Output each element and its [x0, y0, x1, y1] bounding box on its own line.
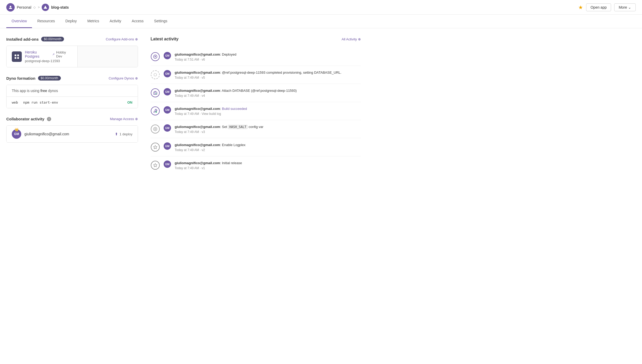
dyno-badge: $0.00/month — [38, 76, 61, 81]
collab-section-header: Collaborator activity i Manage Access ⊕ — [6, 117, 138, 121]
dyno-title: Dyno formation $0.00/month — [6, 76, 61, 81]
activity-avatar: GM — [164, 52, 171, 59]
app-name[interactable]: blog-stats — [51, 5, 69, 9]
activity-body: giuliomagnifico@gmail.com: Set HASH_SALT… — [175, 124, 361, 134]
activity-body: giuliomagnifico@gmail.com: Deployed Toda… — [175, 52, 361, 61]
activity-icon-wrap — [151, 142, 160, 152]
addon-name: Heroku Postgres ↗ Hobby Dev — [25, 50, 72, 58]
manage-access-link[interactable]: Manage Access ⊕ — [110, 117, 138, 121]
favorite-button[interactable]: ★ — [578, 4, 583, 10]
breadcrumb-separator-1: ◇ — [33, 6, 36, 9]
provision-activity-icon — [151, 70, 160, 79]
activity-header: Latest activity All Activity ⊕ — [151, 37, 361, 41]
svg-marker-1 — [44, 6, 47, 9]
addon-empty-area — [77, 46, 138, 67]
more-button[interactable]: More ⌄ — [614, 3, 636, 11]
breadcrumb: Personal ◇ > blog-stats — [6, 3, 578, 12]
addon-name-link[interactable]: Heroku Postgres — [25, 50, 51, 58]
deploy-icon: ⬆ — [115, 132, 118, 136]
attach-activity-icon — [151, 88, 160, 97]
activity-avatar: GM — [164, 88, 171, 95]
activity-icon-wrap — [151, 88, 160, 98]
collab-box: 👑 GM giuliomagnifico@gmail.com ⬆ 1 deplo… — [6, 125, 138, 143]
build-succeeded-link[interactable]: Build succeeded — [222, 107, 247, 111]
collab-avatar: 👑 GM — [12, 129, 21, 139]
collaborator-section: Collaborator activity i Manage Access ⊕ … — [6, 117, 138, 143]
open-app-button[interactable]: Open app — [586, 3, 611, 11]
dyno-free-message: This app is using free dynos — [7, 85, 138, 97]
left-panel: Installed add-ons $0.00/month Configure … — [6, 37, 151, 174]
user-icon[interactable] — [6, 3, 15, 12]
view-build-log-link[interactable]: View build log — [202, 112, 221, 116]
svg-rect-8 — [153, 92, 157, 94]
dyno-section-header: Dyno formation $0.00/month Configure Dyn… — [6, 76, 138, 81]
dyno-row: web npm run start-env ON — [7, 97, 138, 108]
activity-text: giuliomagnifico@gmail.com: Build succeed… — [175, 106, 361, 111]
breadcrumb-separator-2: > — [38, 6, 40, 9]
tab-activity[interactable]: Activity — [104, 15, 126, 28]
collab-deploy-count: ⬆ 1 deploy — [115, 132, 132, 136]
tab-access[interactable]: Access — [126, 15, 149, 28]
addons-section-header: Installed add-ons $0.00/month Configure … — [6, 37, 138, 41]
dyno-section: Dyno formation $0.00/month Configure Dyn… — [6, 76, 138, 108]
addon-info: Heroku Postgres ↗ Hobby Dev postgresql-d… — [25, 50, 72, 63]
activity-body: giuliomagnifico@gmail.com: Enable Logple… — [175, 142, 361, 152]
configure-addons-link[interactable]: Configure Add-ons ⊕ — [106, 37, 138, 41]
svg-rect-4 — [15, 57, 16, 58]
activity-item: GM giuliomagnifico@gmail.com: Attach DAT… — [151, 84, 361, 102]
all-activity-link[interactable]: All Activity ⊕ — [341, 37, 361, 41]
logplex-activity-icon — [151, 143, 160, 152]
build-activity-icon — [151, 106, 160, 115]
activity-icon-wrap — [151, 106, 160, 116]
info-icon[interactable]: i — [47, 117, 51, 121]
activity-body: giuliomagnifico@gmail.com: Build succeed… — [175, 106, 361, 116]
activity-avatar: GM — [164, 106, 171, 114]
activity-meta: Today at 7:49 AM · v3 — [175, 130, 361, 134]
main-content: Installed add-ons $0.00/month Configure … — [0, 28, 367, 183]
activity-body: giuliomagnifico@gmail.com: @ref:postgres… — [175, 70, 361, 79]
tab-settings[interactable]: Settings — [149, 15, 173, 28]
activity-item: GM giuliomagnifico@gmail.com: Deployed T… — [151, 48, 361, 66]
deploy-activity-icon — [151, 52, 160, 61]
configure-dynos-link[interactable]: Configure Dynos ⊕ — [109, 76, 138, 80]
activity-item: GM giuliomagnifico@gmail.com: Build succ… — [151, 102, 361, 120]
activity-item: GM giuliomagnifico@gmail.com: Enable Log… — [151, 138, 361, 156]
activity-text: giuliomagnifico@gmail.com: Initial relea… — [175, 160, 361, 166]
activity-text: giuliomagnifico@gmail.com: Set HASH_SALT… — [175, 124, 361, 130]
activity-item: GM giuliomagnifico@gmail.com: Initial re… — [151, 156, 361, 174]
svg-point-11 — [155, 129, 156, 130]
dyno-status: ON — [127, 100, 133, 104]
account-label[interactable]: Personal — [17, 5, 31, 9]
activity-text: giuliomagnifico@gmail.com: Deployed — [175, 52, 361, 57]
tab-deploy[interactable]: Deploy — [60, 15, 82, 28]
tab-resources[interactable]: Resources — [32, 15, 60, 28]
activity-icon-wrap — [151, 70, 160, 79]
activity-avatar: GM — [164, 142, 171, 150]
activity-title: Latest activity — [151, 37, 179, 41]
activity-avatar: GM — [164, 70, 171, 77]
activity-meta: Today at 7:49 AM · v2 — [175, 148, 361, 152]
activity-meta: Today at 7:49 AM · v1 — [175, 166, 361, 170]
svg-point-0 — [10, 6, 11, 7]
activity-body: giuliomagnifico@gmail.com: Attach DATABA… — [175, 88, 361, 98]
addon-item: Heroku Postgres ↗ Hobby Dev postgresql-d… — [7, 46, 77, 67]
addons-title: Installed add-ons $0.00/month — [6, 37, 64, 41]
svg-rect-5 — [17, 57, 19, 58]
addon-card: Heroku Postgres ↗ Hobby Dev postgresql-d… — [6, 46, 138, 67]
svg-marker-12 — [153, 145, 157, 149]
top-navbar: Personal ◇ > blog-stats ★ Open app More … — [0, 0, 642, 15]
tab-metrics[interactable]: Metrics — [82, 15, 104, 28]
sub-navbar: Overview Resources Deploy Metrics Activi… — [0, 15, 642, 28]
activity-meta: Today at 7:51 AM · v6 — [175, 58, 361, 61]
dyno-info-box: This app is using free dynos web npm run… — [6, 85, 138, 108]
tab-overview[interactable]: Overview — [6, 15, 32, 28]
addons-badge: $0.00/month — [41, 37, 64, 41]
collab-title: Collaborator activity i — [6, 117, 51, 121]
svg-rect-3 — [17, 54, 19, 56]
config-var-badge: HASH_SALT — [228, 125, 248, 129]
collab-row: 👑 GM giuliomagnifico@gmail.com ⬆ 1 deplo… — [7, 126, 138, 142]
activity-meta: Today at 7:49 AM · v4 — [175, 94, 361, 98]
app-icon — [42, 4, 49, 11]
right-panel: Latest activity All Activity ⊕ GM — [151, 37, 361, 174]
collab-email: giuliomagnifico@gmail.com — [24, 132, 69, 136]
